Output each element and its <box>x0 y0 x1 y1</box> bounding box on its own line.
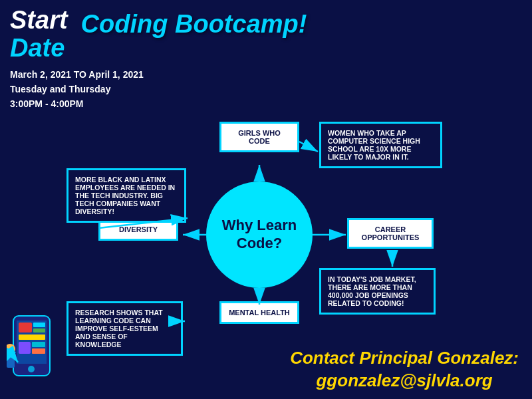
bootcamp-title: Coding Bootcamp! <box>81 10 307 39</box>
schedule-line2: Tuesday and Thursday <box>10 82 532 96</box>
schedule-line1: March 2, 2021 TO April 1, 2021 <box>10 67 532 82</box>
diagram-area: GIRLS WHO CODE WOMEN WHO TAKE AP COMPUTE… <box>0 115 532 399</box>
center-circle: Why Learn Code? <box>206 182 313 288</box>
header: Start Date Coding Bootcamp! <box>0 0 532 66</box>
start-date-block: Start Date <box>10 7 68 63</box>
schedule-line3: 3:00PM - 4:00PM <box>10 96 532 111</box>
start-label: Start <box>10 6 68 34</box>
center-circle-text: Why Learn Code? <box>206 217 313 252</box>
date-label: Date <box>10 34 65 62</box>
svg-line-6 <box>299 142 318 152</box>
schedule-info: March 2, 2021 TO April 1, 2021 Tuesday a… <box>0 66 532 115</box>
svg-line-7 <box>98 218 188 228</box>
